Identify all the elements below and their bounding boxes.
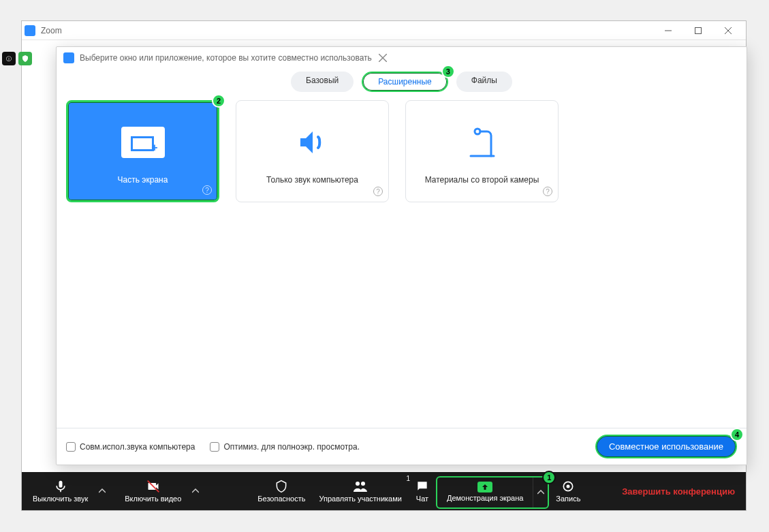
dialog-titlebar: Выберите окно или приложение, которое вы… <box>57 47 747 69</box>
zoom-app-icon <box>63 52 74 63</box>
svg-point-11 <box>475 129 480 134</box>
video-off-icon <box>146 480 161 493</box>
record-button[interactable]: Запись <box>549 472 587 510</box>
svg-point-5 <box>356 482 360 486</box>
chevron-up-icon <box>537 489 544 496</box>
annotation-badge-3: 3 <box>441 65 455 78</box>
tab-advanced[interactable]: Расширенные 3 <box>362 72 448 92</box>
chat-button[interactable]: Чат <box>409 472 436 510</box>
microphone-icon <box>54 480 67 493</box>
chat-icon <box>415 480 429 493</box>
svg-rect-1 <box>695 27 702 33</box>
chevron-up-icon <box>192 488 199 495</box>
tab-advanced-label: Расширенные <box>378 77 432 87</box>
end-meeting-button[interactable]: Завершить конференцию <box>622 486 735 497</box>
video-chevron[interactable] <box>188 472 203 510</box>
video-label: Включить видео <box>125 495 181 503</box>
card-audio-label: Только звук компьютера <box>258 175 366 185</box>
security-label: Безопасность <box>257 495 305 503</box>
help-icon[interactable]: ? <box>373 187 383 196</box>
video-button[interactable]: Включить видео <box>118 472 188 510</box>
window-title: Zoom <box>41 26 62 35</box>
card-portion-label: Часть экрана <box>110 175 176 185</box>
speaker-icon <box>296 118 329 167</box>
chat-label: Чат <box>416 495 428 503</box>
card-second-camera[interactable]: Материалы со второй камеры ? <box>405 100 559 202</box>
security-button[interactable]: Безопасность <box>251 472 312 510</box>
tab-files[interactable]: Файлы <box>456 72 512 92</box>
chevron-up-icon <box>99 488 106 495</box>
checkbox-icon <box>210 442 219 452</box>
tab-basic[interactable]: Базовый <box>291 72 354 92</box>
dialog-title: Выберите окно или приложение, которое вы… <box>80 53 372 63</box>
help-icon[interactable]: ? <box>202 185 212 195</box>
dialog-close-button[interactable] <box>372 47 394 69</box>
svg-point-8 <box>567 485 570 488</box>
close-button[interactable] <box>713 21 743 40</box>
people-icon <box>352 480 368 493</box>
close-icon <box>379 54 387 62</box>
record-label: Запись <box>556 495 580 503</box>
mute-label: Выключить звук <box>33 495 88 503</box>
card-portion-of-screen[interactable]: + Часть экрана ? 2 <box>66 100 219 202</box>
share-dialog: Выберите окно или приложение, которое вы… <box>56 46 747 465</box>
annotation-badge-2: 2 <box>212 94 225 108</box>
meeting-toolbar: Выключить звук Включить видео Безопаснос… <box>22 472 746 510</box>
annotation-badge-4: 4 <box>730 428 744 441</box>
encryption-shield-icon[interactable] <box>18 52 32 65</box>
svg-point-6 <box>361 482 365 486</box>
checkbox-share-audio-label: Совм.испол.звука компьютера <box>80 442 195 452</box>
shield-icon <box>274 480 288 493</box>
mute-chevron[interactable] <box>95 472 110 510</box>
info-icon[interactable]: ⓘ <box>2 52 16 65</box>
checkbox-optimize-video[interactable]: Оптимиз. для полноэкр. просмотра. <box>210 442 360 452</box>
share-button-label: Совместное использование <box>609 441 723 452</box>
help-icon[interactable]: ? <box>543 187 552 196</box>
share-options: + Часть экрана ? 2 Только звук компьютер… <box>57 100 747 202</box>
tabs: Базовый Расширенные 3 Файлы <box>57 72 747 92</box>
left-mini-icons: ⓘ <box>2 52 32 65</box>
card-camera-label: Материалы со второй камеры <box>417 175 548 185</box>
dialog-footer: Совм.испол.звука компьютера Оптимиз. для… <box>57 428 747 465</box>
maximize-button[interactable] <box>683 21 713 40</box>
card-computer-audio[interactable]: Только звук компьютера ? <box>236 100 389 202</box>
checkbox-icon <box>66 442 76 452</box>
share-screen-highlight: Демонстрация экрана 1 <box>436 476 549 509</box>
document-camera-icon <box>464 118 501 167</box>
share-button[interactable]: Совместное использование 4 <box>595 435 737 458</box>
mute-button[interactable]: Выключить звук <box>26 472 95 510</box>
share-label: Демонстрация экрана <box>447 494 523 502</box>
portion-of-screen-icon: + <box>121 118 165 167</box>
share-screen-icon <box>477 482 492 492</box>
checkbox-share-audio[interactable]: Совм.испол.звука компьютера <box>66 442 195 452</box>
record-icon <box>561 480 575 493</box>
minimize-button[interactable] <box>653 21 683 40</box>
participants-button[interactable]: 1 Управлять участниками <box>312 472 408 510</box>
participants-label: Управлять участниками <box>319 495 401 503</box>
titlebar: Zoom <box>22 21 746 40</box>
share-screen-button[interactable]: Демонстрация экрана <box>437 478 533 507</box>
zoom-app-icon <box>25 25 35 36</box>
checkbox-optimize-label: Оптимиз. для полноэкр. просмотра. <box>223 442 360 452</box>
